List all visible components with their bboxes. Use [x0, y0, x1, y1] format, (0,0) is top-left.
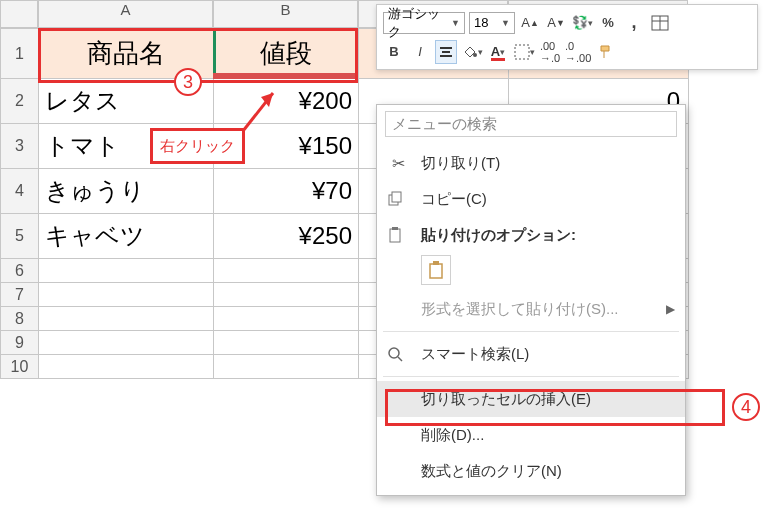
row-header-10[interactable]: 10 — [1, 355, 39, 379]
align-center-icon — [438, 45, 454, 59]
chevron-down-icon: ▼ — [451, 18, 460, 28]
annotation-badge-4: 4 — [732, 393, 760, 421]
menu-cut[interactable]: ✂ 切り取り(T) — [377, 145, 685, 181]
bold-button[interactable]: B — [383, 40, 405, 64]
decrease-font-button[interactable]: A▼ — [545, 11, 567, 35]
menu-smart-lookup-label: スマート検索(L) — [421, 345, 529, 364]
table-format-button[interactable] — [649, 11, 671, 35]
menu-paste-options-label: 貼り付けのオプション: — [421, 226, 576, 245]
font-color-button[interactable]: A ▾ — [487, 40, 509, 64]
row-header-2[interactable]: 2 — [1, 79, 39, 124]
increase-decimal-button[interactable]: .00→.0 — [539, 40, 561, 64]
menu-insert-cut-cells[interactable]: 切り取ったセルの挿入(E) — [377, 381, 685, 417]
menu-separator — [383, 376, 679, 377]
menu-search-placeholder: メニューの検索 — [392, 115, 497, 134]
menu-separator — [383, 331, 679, 332]
scissors-icon: ✂ — [387, 154, 409, 173]
chevron-right-icon: ▶ — [666, 302, 675, 316]
format-painter-button[interactable] — [595, 40, 617, 64]
decrease-decimal-button[interactable]: .0→.00 — [565, 40, 591, 64]
row-header-8[interactable]: 8 — [1, 307, 39, 331]
italic-button[interactable]: I — [409, 40, 431, 64]
font-size-value: 18 — [474, 15, 488, 30]
font-color-icon: A — [491, 44, 500, 59]
percent-button[interactable]: % — [597, 11, 619, 35]
row-header-5[interactable]: 5 — [1, 214, 39, 259]
column-header-a[interactable]: A — [38, 0, 213, 28]
menu-smart-lookup[interactable]: スマート検索(L) — [377, 336, 685, 372]
menu-clear-contents-label: 数式と値のクリア(N) — [421, 462, 562, 481]
menu-insert-cut-cells-label: 切り取ったセルの挿入(E) — [421, 390, 591, 409]
borders-icon — [514, 44, 530, 60]
row-header-3[interactable]: 3 — [1, 124, 39, 169]
svg-line-17 — [398, 357, 402, 361]
menu-paste-special: 形式を選択して貼り付け(S)... ▶ — [377, 291, 685, 327]
paste-icon — [427, 260, 445, 280]
format-painter-icon — [597, 43, 615, 61]
svg-point-16 — [389, 348, 399, 358]
menu-search-input[interactable]: メニューの検索 — [385, 111, 677, 137]
font-name-value: 游ゴシック — [388, 5, 451, 41]
font-name-selector[interactable]: 游ゴシック ▼ — [383, 12, 465, 34]
menu-copy[interactable]: コピー(C) — [377, 181, 685, 217]
chevron-down-icon: ▼ — [501, 18, 510, 28]
menu-cut-label: 切り取り(T) — [421, 154, 500, 173]
row-header-7[interactable]: 7 — [1, 283, 39, 307]
row-header-9[interactable]: 9 — [1, 331, 39, 355]
paste-default-button[interactable] — [421, 255, 451, 285]
mini-toolbar: 游ゴシック ▼ 18 ▼ A▲ A▼ 💱▾ % , B I ▾ A ▾ — [376, 4, 758, 70]
cell-a5[interactable]: キャベツ — [39, 214, 214, 259]
comma-style-button[interactable]: , — [623, 11, 645, 35]
selection-underline — [213, 73, 358, 79]
table-icon — [651, 15, 669, 31]
menu-copy-label: コピー(C) — [421, 190, 487, 209]
borders-button[interactable]: ▾ — [513, 40, 535, 64]
cell-b5[interactable]: ¥250 — [214, 214, 359, 259]
svg-rect-13 — [392, 227, 398, 230]
svg-rect-14 — [430, 264, 442, 278]
copy-icon — [387, 191, 409, 207]
accounting-format-button[interactable]: 💱▾ — [571, 11, 593, 35]
row-header-4[interactable]: 4 — [1, 169, 39, 214]
context-menu: メニューの検索 ✂ 切り取り(T) コピー(C) 貼り付けのオプション: 形式を… — [376, 104, 686, 496]
svg-rect-15 — [433, 261, 439, 265]
search-icon — [387, 346, 409, 362]
clipboard-icon — [387, 226, 409, 244]
align-center-button[interactable] — [435, 40, 457, 64]
paint-bucket-icon — [462, 44, 478, 60]
row-header-6[interactable]: 6 — [1, 259, 39, 283]
cell-b1[interactable]: 値段 — [214, 29, 359, 79]
menu-paste-options-header: 貼り付けのオプション: — [377, 217, 685, 253]
svg-rect-12 — [390, 229, 400, 242]
cell-b4[interactable]: ¥70 — [214, 169, 359, 214]
svg-rect-11 — [392, 192, 401, 202]
annotation-right-click-label: 右クリック — [150, 128, 245, 164]
increase-font-button[interactable]: A▲ — [519, 11, 541, 35]
svg-rect-9 — [515, 45, 529, 59]
annotation-badge-3: 3 — [174, 68, 202, 96]
select-all-corner[interactable] — [0, 0, 38, 28]
menu-delete-label: 削除(D)... — [421, 426, 484, 445]
fill-color-button[interactable]: ▾ — [461, 40, 483, 64]
row-header-1[interactable]: 1 — [1, 29, 39, 79]
menu-paste-special-label: 形式を選択して貼り付け(S)... — [421, 300, 619, 319]
currency-icon: 💱 — [572, 15, 588, 30]
cell-a4[interactable]: きゅうり — [39, 169, 214, 214]
column-header-b[interactable]: B — [213, 0, 358, 28]
menu-delete[interactable]: 削除(D)... — [377, 417, 685, 453]
font-size-selector[interactable]: 18 ▼ — [469, 12, 515, 34]
cell-b2[interactable]: ¥200 — [214, 79, 359, 124]
svg-point-8 — [473, 53, 477, 57]
menu-clear-contents[interactable]: 数式と値のクリア(N) — [377, 453, 685, 489]
